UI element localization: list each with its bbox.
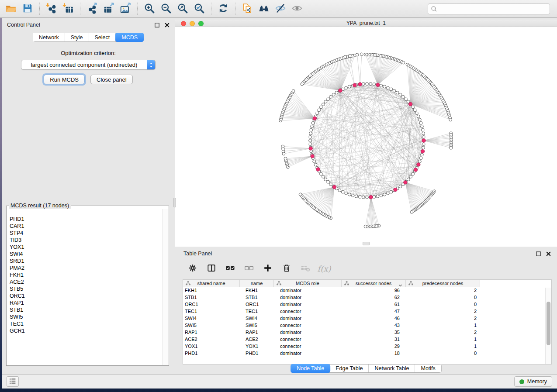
tab-edge-table[interactable]: Edge Table: [330, 364, 369, 372]
table-cell[interactable]: PHD1: [183, 350, 240, 357]
tab-select[interactable]: Select: [89, 33, 116, 41]
network-titlebar[interactable]: YPA_prune.txt_1: [175, 20, 557, 27]
table-cell[interactable]: 1: [406, 343, 480, 350]
zoom-out-button[interactable]: [158, 1, 174, 16]
export-table-button[interactable]: [100, 1, 117, 16]
clone-network-button[interactable]: [239, 1, 256, 16]
column-header-shared-name[interactable]: shared name: [183, 280, 240, 287]
table-cell[interactable]: 61: [342, 301, 406, 308]
mcds-result-item[interactable]: STB1: [10, 306, 162, 313]
mcds-result-item[interactable]: TEC1: [10, 320, 162, 327]
mcds-result-item[interactable]: YOX1: [10, 244, 162, 251]
table-cell[interactable]: 2: [406, 329, 480, 336]
zoom-selected-button[interactable]: [191, 1, 208, 16]
table-cell[interactable]: 0: [406, 350, 480, 357]
close-panel-button[interactable]: Close panel: [90, 75, 133, 84]
mcds-result-item[interactable]: FKH1: [10, 272, 162, 279]
mcds-result-item[interactable]: STB5: [10, 285, 162, 292]
mcds-result-item[interactable]: PMA2: [10, 265, 162, 272]
table-cell[interactable]: dominator: [274, 350, 342, 357]
table-cell[interactable]: SWI4: [183, 315, 240, 322]
tab-network[interactable]: Network: [33, 33, 65, 41]
table-cell[interactable]: 1: [406, 322, 480, 329]
table-cell[interactable]: RAP1: [240, 329, 274, 336]
select-all-rows-button[interactable]: [222, 262, 238, 275]
table-cell[interactable]: ORC1: [183, 301, 240, 308]
horizontal-splitter[interactable]: [363, 242, 370, 245]
table-row[interactable]: STB1STB1dominator620: [183, 294, 551, 301]
mcds-result-item[interactable]: CAR1: [10, 223, 162, 230]
table-cell[interactable]: 43: [342, 322, 406, 329]
tab-mcds[interactable]: MCDS: [115, 33, 144, 42]
open-session-button[interactable]: [3, 1, 19, 16]
table-cell[interactable]: ACE2: [240, 336, 274, 343]
tab-node-table[interactable]: Node Table: [291, 364, 330, 373]
column-header-name[interactable]: name: [240, 280, 274, 287]
table-cell[interactable]: STB1: [240, 294, 274, 301]
table-row[interactable]: SWI5SWI5connector431: [183, 322, 551, 329]
column-layout-button[interactable]: [204, 262, 219, 275]
table-cell[interactable]: 18: [342, 350, 406, 357]
table-cell[interactable]: ACE2: [183, 336, 240, 343]
table-cell[interactable]: 2: [406, 287, 480, 294]
table-cell[interactable]: 2: [406, 315, 480, 322]
mcds-result-item[interactable]: SWI5: [10, 313, 162, 320]
hide-selected-button[interactable]: [272, 1, 289, 16]
table-cell[interactable]: 0: [406, 294, 480, 301]
export-image-button[interactable]: [117, 1, 134, 16]
delete-column-button[interactable]: [279, 262, 294, 275]
table-cell[interactable]: PHD1: [240, 350, 274, 357]
mcds-result-item[interactable]: SRD1: [10, 258, 162, 265]
table-row[interactable]: SWI4SWI4dominator462: [183, 315, 551, 322]
table-cell[interactable]: RAP1: [183, 329, 240, 336]
zoom-fit-button[interactable]: [174, 1, 191, 16]
column-header-mcds-role[interactable]: MCDS role: [274, 280, 342, 287]
table-cell[interactable]: SWI4: [240, 315, 274, 322]
network-canvas[interactable]: [175, 27, 557, 247]
mcds-result-item[interactable]: SWI4: [10, 251, 162, 258]
table-cell[interactable]: 47: [342, 308, 406, 315]
control-panel-close-icon[interactable]: [163, 21, 170, 28]
table-cell[interactable]: dominator: [274, 287, 342, 294]
column-header-predecessor-nodes[interactable]: predecessor nodes: [406, 280, 480, 287]
table-cell[interactable]: ORC1: [240, 301, 274, 308]
mcds-result-item[interactable]: RAP1: [10, 299, 162, 306]
control-panel-float-icon[interactable]: [153, 21, 160, 28]
mcds-result-item[interactable]: PHD1: [10, 216, 162, 223]
window-minimize-icon[interactable]: [190, 21, 195, 26]
deselect-all-rows-button[interactable]: [241, 262, 257, 275]
tab-motifs[interactable]: Motifs: [415, 364, 441, 372]
table-cell[interactable]: 1: [406, 336, 480, 343]
apply-layout-button[interactable]: [215, 1, 232, 16]
export-network-button[interactable]: [84, 1, 100, 16]
result-scrollbar[interactable]: [162, 209, 168, 365]
table-cell[interactable]: connector: [274, 308, 342, 315]
import-network-button[interactable]: [43, 1, 60, 16]
first-neighbors-button[interactable]: [256, 1, 272, 16]
table-row[interactable]: FKH1FKH1dominator962: [183, 287, 551, 294]
vertical-splitter[interactable]: [173, 198, 176, 207]
table-row[interactable]: RAP1RAP1dominator352: [183, 329, 551, 336]
table-cell[interactable]: 2: [406, 308, 480, 315]
table-scrollbar-thumb[interactable]: [547, 302, 550, 345]
table-row[interactable]: ORC1ORC1dominator610: [183, 301, 551, 308]
add-column-button[interactable]: [260, 262, 276, 275]
table-scrollbar[interactable]: [545, 288, 551, 364]
table-cell[interactable]: dominator: [274, 301, 342, 308]
tab-network-table[interactable]: Network Table: [369, 364, 415, 372]
table-row[interactable]: PHD1PHD1dominator180: [183, 350, 551, 357]
table-cell[interactable]: 0: [406, 301, 480, 308]
table-cell[interactable]: connector: [274, 343, 342, 350]
table-cell[interactable]: YOX1: [183, 343, 240, 350]
panel-list-button[interactable]: [7, 376, 19, 387]
column-header-successor-nodes[interactable]: successor nodes: [342, 280, 406, 287]
mcds-result-item[interactable]: STP4: [10, 230, 162, 237]
run-mcds-button[interactable]: Run MCDS: [44, 75, 85, 84]
zoom-in-button[interactable]: [141, 1, 158, 16]
table-cell[interactable]: FKH1: [183, 287, 240, 294]
table-panel-float-icon[interactable]: [535, 250, 542, 257]
mcds-result-item[interactable]: ORC1: [10, 292, 162, 299]
table-cell[interactable]: connector: [274, 322, 342, 329]
table-cell[interactable]: 96: [342, 287, 406, 294]
tab-style[interactable]: Style: [65, 33, 89, 41]
